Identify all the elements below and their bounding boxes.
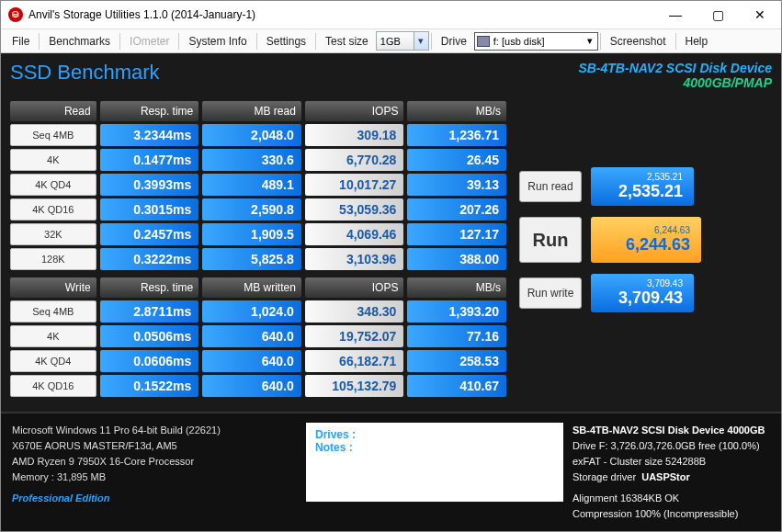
testsize-select[interactable]: 1GB ▾	[376, 31, 429, 51]
page-header: SSD Benchmark SB-4TB-NAV2 SCSI Disk Devi…	[10, 61, 772, 90]
cell-resp: 0.2457ms	[100, 223, 199, 245]
row-label: Seq 4MB	[10, 300, 96, 323]
read-section: Read Resp. time MB read IOPS MB/s Seq 4M…	[10, 101, 506, 270]
disk-icon	[477, 36, 490, 47]
row-label: 4K QD16	[10, 375, 96, 397]
table-row: 4K QD40.0606ms640.066,182.71258.53	[10, 350, 506, 372]
row-label: 32K	[10, 223, 96, 245]
menu-iometer[interactable]: IOmeter	[122, 31, 176, 51]
menu-help[interactable]: Help	[678, 31, 716, 51]
col-mbread: MB read	[202, 101, 301, 121]
cell-iops: 6,770.28	[305, 149, 404, 171]
notes-box[interactable]: Drives : Notes :	[306, 423, 563, 502]
cell-resp: 0.0506ms	[100, 325, 199, 347]
content-area: SSD Benchmark SB-4TB-NAV2 SCSI Disk Devi…	[1, 53, 781, 412]
cell-mb: 640.0	[202, 350, 301, 372]
menu-systeminfo[interactable]: System Info	[181, 31, 254, 51]
table-row: 4K0.0506ms640.019,752.0777.16	[10, 325, 506, 347]
row-label: 4K QD4	[10, 174, 96, 196]
cell-mb: 5,825.8	[202, 248, 301, 270]
table-row: 4K QD160.3015ms2,590.853,059.36207.26	[10, 198, 506, 221]
row-label: 128K	[10, 248, 96, 270]
row-label: 4K QD16	[10, 198, 96, 221]
cell-resp: 0.1477ms	[100, 149, 199, 171]
drives-label: Drives :	[315, 428, 554, 441]
cell-mb: 640.0	[202, 375, 301, 397]
cell-resp: 0.3015ms	[100, 198, 199, 221]
storage-driver: UASPStor	[641, 471, 690, 482]
menu-screenshot[interactable]: Screenshot	[603, 31, 674, 51]
close-button[interactable]: ✕	[739, 1, 781, 28]
minimize-button[interactable]: —	[654, 1, 697, 28]
storage-device: SB-4TB-NAV2 SCSI Disk Device 4000GB	[572, 424, 765, 436]
storage-driver-label: Storage driver	[572, 471, 636, 482]
chevron-down-icon: ▾	[583, 33, 597, 50]
titlebar: ⛁ Anvil's Storage Utilities 1.1.0 (2014-…	[1, 1, 781, 28]
cell-mbs: 77.16	[407, 325, 506, 347]
total-score-large: 6,244.63	[626, 235, 690, 254]
table-row: 4K QD40.3993ms489.110,017.2739.13	[10, 174, 506, 196]
os-line: Microsoft Windows 11 Pro 64-bit Build (2…	[12, 423, 297, 438]
notes-label: Notes :	[315, 441, 554, 454]
col-mbwritten: MB written	[202, 277, 301, 298]
main-area: Read Resp. time MB read IOPS MB/s Seq 4M…	[10, 101, 772, 404]
col-mbs: MB/s	[407, 101, 506, 121]
cell-mb: 489.1	[202, 174, 301, 196]
cell-iops: 105,132.79	[305, 375, 404, 397]
cell-mbs: 39.13	[407, 174, 506, 196]
maximize-button[interactable]: ▢	[697, 1, 739, 28]
mem-line: Memory : 31,895 MB	[12, 470, 297, 485]
row-label: 4K QD4	[10, 350, 96, 372]
table-row: Seq 4MB2.8711ms1,024.0348.301,393.20	[10, 300, 506, 323]
cell-mbs: 258.53	[407, 350, 506, 372]
drive-select[interactable]: f: [usb disk] ▾	[474, 32, 598, 51]
system-info: Microsoft Windows 11 Pro 64-bit Build (2…	[12, 423, 297, 522]
read-score-small: 2,535.21	[647, 173, 683, 182]
menu-file[interactable]: File	[5, 31, 37, 51]
total-score-small: 6,244.63	[654, 226, 690, 235]
row-label: Seq 4MB	[10, 124, 96, 146]
cell-mb: 1,909.5	[202, 223, 301, 245]
cell-mb: 640.0	[202, 325, 301, 347]
cell-resp: 0.1522ms	[100, 375, 199, 397]
cell-resp: 3.2344ms	[100, 124, 199, 146]
device-spec: 4000GB/PMAP	[578, 75, 772, 90]
table-row: 128K0.3222ms5,825.83,103.96388.00	[10, 248, 506, 270]
cell-mb: 330.6	[202, 149, 301, 171]
chevron-down-icon: ▾	[414, 32, 428, 50]
write-section: Write Resp. time MB written IOPS MB/s Se…	[10, 277, 506, 397]
storage-alignment: Alignment 16384KB OK	[572, 491, 770, 506]
footer: Microsoft Windows 11 Pro 64-bit Build (2…	[1, 412, 781, 531]
results-grid: Read Resp. time MB read IOPS MB/s Seq 4M…	[10, 101, 506, 404]
run-write-button[interactable]: Run write	[519, 277, 582, 309]
table-row: 4K QD160.1522ms640.0105,132.79410.67	[10, 375, 506, 397]
row-label: 4K	[10, 149, 96, 171]
storage-compression: Compression 100% (Incompressible)	[572, 506, 770, 522]
col-mbs: MB/s	[407, 277, 506, 298]
cell-iops: 53,059.36	[305, 198, 404, 221]
total-score: 6,244.63 6,244.63	[591, 217, 701, 263]
cell-mbs: 26.45	[407, 149, 506, 171]
page-title: SSD Benchmark	[10, 61, 160, 85]
menu-benchmarks[interactable]: Benchmarks	[41, 31, 118, 51]
edition-label: Professional Edition	[12, 491, 297, 506]
menubar: File Benchmarks IOmeter System Info Sett…	[1, 28, 781, 53]
drive-value: f: [usb disk]	[493, 36, 545, 47]
row-label: 4K	[10, 325, 96, 347]
col-iops: IOPS	[305, 101, 404, 121]
run-button[interactable]: Run	[519, 217, 582, 263]
table-row: Seq 4MB3.2344ms2,048.0309.181,236.71	[10, 124, 506, 146]
col-resp: Resp. time	[100, 277, 199, 298]
run-read-button[interactable]: Run read	[519, 171, 582, 202]
testsize-label: Test size	[318, 31, 376, 51]
cell-mbs: 127.17	[407, 223, 506, 245]
window-controls: — ▢ ✕	[654, 1, 781, 28]
read-header: Read	[10, 101, 96, 121]
write-score: 3,709.43 3,709.43	[591, 274, 694, 312]
write-score-small: 3,709.43	[647, 279, 683, 289]
mobo-line: X670E AORUS MASTER/F13d, AM5	[12, 438, 297, 454]
table-row: 32K0.2457ms1,909.54,069.46127.17	[10, 223, 506, 245]
cell-mb: 1,024.0	[202, 300, 301, 323]
menu-settings[interactable]: Settings	[259, 31, 313, 51]
window-title: Anvil's Storage Utilities 1.1.0 (2014-Ja…	[28, 8, 654, 21]
